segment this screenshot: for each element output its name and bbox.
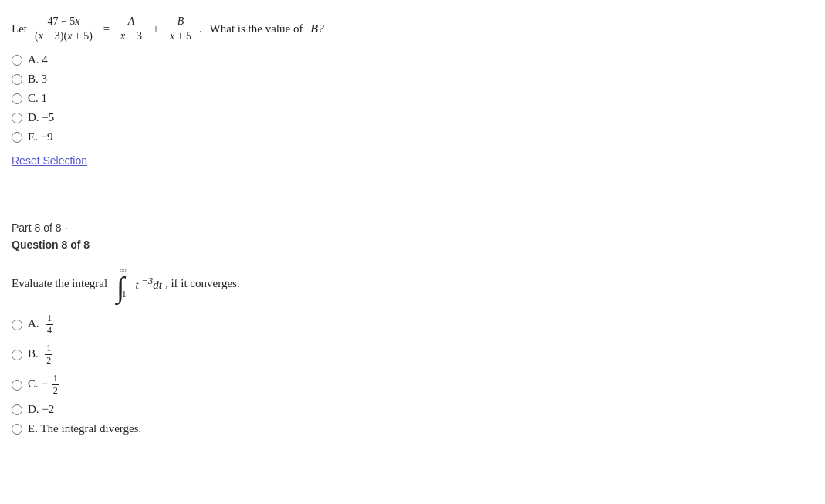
radio-q7a[interactable] [12,55,22,66]
label-q7a[interactable]: A. 4 [28,53,48,66]
radio-q7e[interactable] [12,132,22,143]
label-q7d[interactable]: D. −5 [28,111,54,124]
radio-q8c[interactable] [12,380,22,391]
radio-q8a[interactable] [12,320,22,330]
option-q7a[interactable]: A. 4 [12,53,810,66]
question-8-options: A. 1 4 B. 1 2 C. − 1 [12,313,810,435]
question-8-formula: Evaluate the integral ∫ ∞ 1 t −3dt , if … [12,265,810,302]
option-q8a[interactable]: A. 1 4 [12,313,810,337]
integrand: t −3dt [136,276,162,292]
question-7-formula: Let 47 − 5x (x − 3)(x + 5) = A x − 3 + B… [12,15,810,42]
label-q8e[interactable]: E. The integral diverges. [28,422,141,435]
label-q8b[interactable]: B. 1 2 [28,343,53,367]
option-q7c[interactable]: C. 1 [12,92,810,105]
label-q8c[interactable]: C. − 1 2 [28,373,60,397]
radio-q8d[interactable] [12,404,22,415]
fraction-a: A x − 3 [119,15,144,42]
option-q7e[interactable]: E. −9 [12,130,810,144]
option-q8e[interactable]: E. The integral diverges. [12,422,810,435]
integral-limits: ∞ 1 [120,265,127,300]
radio-q8b[interactable] [12,350,22,360]
label-q8a[interactable]: A. 1 4 [28,313,54,337]
option-q8b[interactable]: B. 1 2 [12,343,810,367]
option-q7b[interactable]: B. 3 [12,73,810,86]
label-q8d[interactable]: D. −2 [28,403,54,416]
question-7-block: Let 47 − 5x (x − 3)(x + 5) = A x − 3 + B… [12,15,810,167]
let-label: Let [12,22,27,36]
label-q7b[interactable]: B. 3 [28,73,47,86]
question-7-options: A. 4 B. 3 C. 1 D. −5 E. −9 [12,53,810,144]
option-q8c[interactable]: C. − 1 2 [12,373,810,397]
integral-lower: 1 [122,289,127,300]
radio-q8e[interactable] [12,424,22,435]
integral-symbol-group: ∫ ∞ 1 [117,265,127,302]
option-q8d[interactable]: D. −2 [12,403,810,416]
radio-q7c[interactable] [12,93,22,104]
part-label: Part 8 of 8 - [12,222,810,234]
spacer-1 [12,191,810,222]
main-fraction: 47 − 5x (x − 3)(x + 5) [33,15,94,42]
radio-q7b[interactable] [12,74,22,85]
option-q7d[interactable]: D. −5 [12,111,810,124]
reset-selection-button[interactable]: Reset Selection [12,154,87,167]
what-is-label: What is the value of [210,22,303,36]
question-8-block: Part 8 of 8 - Question 8 of 8 Evaluate t… [12,222,810,435]
label-q7c[interactable]: C. 1 [28,92,47,105]
condition-label: , if it converges. [165,277,240,290]
evaluate-label: Evaluate the integral [12,277,107,290]
fraction-b: B x + 5 [168,15,193,42]
label-q7e[interactable]: E. −9 [28,130,53,144]
radio-q7d[interactable] [12,113,22,123]
question-label: Question 8 of 8 [12,238,810,251]
integral-upper: ∞ [120,265,127,276]
